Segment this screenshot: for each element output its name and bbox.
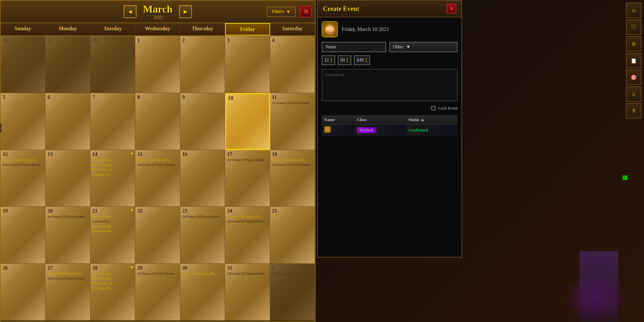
period-down-icon[interactable]: ▼: [365, 60, 367, 63]
calendar-header: ◄ March 2023 ► Filters ▼ ✕: [1, 1, 315, 23]
col-status-header: Status ▲: [406, 115, 458, 125]
side-button-3[interactable]: ⚙: [626, 36, 641, 52]
cal-cell-14[interactable]: 14 ▼ Ahn'Qiraj Te... Black Temple... Bla…: [90, 150, 135, 207]
cal-cell-21[interactable]: 21 ▼ Ruins of Ahn'... Zul'Gurub (2... Ah…: [90, 207, 135, 264]
side-button-5[interactable]: 🎯: [626, 70, 641, 85]
cal-cell-17[interactable]: 17 Zul'Aman (10 Player) Resets: [225, 150, 270, 207]
members-table: Name Class Status ▲: [322, 115, 458, 136]
cal-cell-9[interactable]: 9: [180, 93, 225, 150]
calendar-close-button[interactable]: ✕: [300, 6, 312, 17]
event-date-row: 🧅 Friday, March 10 2023: [322, 21, 458, 37]
dropdown-arrow-icon: ▼: [130, 151, 134, 156]
cal-cell-w1-27[interactable]: 27: [45, 36, 90, 93]
cal-cell-30[interactable]: 30 Ruins of Ahn'Qiraj (20...: [180, 264, 225, 321]
cal-cell-1[interactable]: 1: [135, 36, 180, 93]
filters-label: Filters: [272, 9, 284, 14]
cal-cell-31[interactable]: 31 Zul'Gurub (20 Player) Resets: [225, 264, 270, 321]
side-button-2[interactable]: 🛡: [626, 19, 641, 35]
cal-cell-4[interactable]: 4: [270, 36, 315, 93]
event-type-select[interactable]: Other ▼: [389, 42, 458, 52]
cal-cell-3[interactable]: 3: [225, 36, 270, 93]
hour-down-icon[interactable]: ▼: [330, 60, 333, 63]
cal-cell-20[interactable]: 20 Zul'Aman (10 Player) Resets: [45, 207, 90, 264]
create-event-panel: Create Event ✕ 🧅 Friday, March 10 2023 O…: [317, 0, 462, 258]
hour-up-icon[interactable]: ▲: [330, 57, 333, 60]
side-button-7[interactable]: 🗡: [626, 103, 641, 118]
event-description-textarea[interactable]: [322, 69, 458, 101]
day-header-saturday: Saturday: [270, 23, 315, 35]
cal-cell-w5-1[interactable]: 1 Zul'Aman (10 Player) Resets: [270, 264, 315, 321]
calendar-grid: 26 27 28 1 2 3 4 5 6 7 8: [1, 36, 315, 321]
cal-cell-26b[interactable]: 26: [1, 264, 45, 321]
event-name-row: Other ▼: [322, 42, 458, 52]
cal-cell-15[interactable]: 15 Ruins of Ahn'Qiraj (20... Zul'Gurub (…: [135, 150, 180, 207]
create-event-close-button[interactable]: ✕: [447, 4, 456, 14]
side-button-6[interactable]: ⚔: [626, 86, 641, 102]
cal-cell-18[interactable]: 18 Ruins of Ahn'Qiraj (20... Zul'Gurub (…: [270, 150, 315, 207]
member-class-cell: Warlock: [355, 125, 406, 136]
cal-cell-28b[interactable]: 28 ▼ Ahn'Qiraj Te... Black Temple... Bla…: [90, 264, 135, 321]
lock-event-label: Lock Event: [438, 106, 458, 111]
cal-cell-11[interactable]: 11 Zul'Aman (10 Player) Resets: [270, 93, 315, 150]
minute-up-icon[interactable]: ▲: [346, 57, 349, 60]
create-event-title: Create Event: [323, 5, 359, 13]
cal-cell-5[interactable]: 5: [1, 93, 45, 150]
cal-cell-16[interactable]: 16: [180, 150, 225, 207]
side-button-1[interactable]: ⚔: [626, 3, 641, 18]
event-form: 🧅 Friday, March 10 2023 Other ▼ 12 ▲ ▼ 0…: [318, 17, 461, 140]
cal-cell-13[interactable]: 13: [45, 150, 90, 207]
cal-cell-23[interactable]: 23 Zul'Aman (10 Player) Resets: [180, 207, 225, 264]
next-month-button[interactable]: ►: [179, 5, 192, 18]
character-figure: [580, 251, 618, 322]
cal-cell-w1-28[interactable]: 28: [90, 36, 135, 93]
sort-asc-icon: ▲: [421, 117, 425, 122]
cal-cell-8[interactable]: 8: [135, 93, 180, 150]
cal-cell-29[interactable]: 29 Zul'Aman (10 Player) Resets: [135, 264, 180, 321]
cal-cell-7[interactable]: 7: [90, 93, 135, 150]
year-label: 2023: [143, 15, 173, 20]
class-bar-warlock: Warlock: [357, 127, 376, 133]
prev-month-button[interactable]: ◄: [124, 5, 137, 18]
right-panel: ⚔ 🛡 ⚙ 📋 🎯 ⚔ 🗡: [625, 0, 644, 193]
event-name-input[interactable]: [322, 42, 386, 52]
month-title: March 2023: [143, 3, 173, 20]
expand-left-button[interactable]: ◄: [0, 123, 2, 133]
event-type-arrow-icon: ▼: [406, 44, 411, 50]
lock-event-checkbox[interactable]: [431, 106, 436, 110]
table-row: Warlock Confirmed: [322, 125, 458, 136]
period-value: AM: [356, 58, 364, 63]
cal-cell-19[interactable]: 19: [1, 207, 45, 264]
hour-spinner-arrows[interactable]: ▲ ▼: [330, 57, 333, 63]
cal-cell-25[interactable]: 25: [270, 207, 315, 264]
cal-cell-22[interactable]: 22: [135, 207, 180, 264]
lock-event-row: Lock Event: [322, 106, 458, 111]
period-up-icon[interactable]: ▲: [365, 57, 367, 60]
col-name-header: Name: [322, 115, 355, 125]
minute-down-icon[interactable]: ▼: [346, 60, 349, 63]
cal-cell-2[interactable]: 2: [180, 36, 225, 93]
day-header-sunday: Sunday: [1, 23, 45, 35]
create-event-header: Create Event ✕: [318, 1, 461, 17]
event-time-row: 12 ▲ ▼ 00 ▲ ▼ AM ▲ ▼: [322, 55, 458, 65]
hour-spinner[interactable]: 12 ▲ ▼: [322, 55, 335, 65]
day-header-tuesday: Tuesday: [90, 23, 135, 35]
cal-cell-12[interactable]: 12 Ruins of Ahn'Qiraj (20... Zul'Gurub (…: [1, 150, 45, 207]
day-headers: Sunday Monday Tuesday Wednesday Thursday…: [1, 23, 315, 36]
cal-cell-6[interactable]: 6: [45, 93, 90, 150]
period-spinner-arrows[interactable]: ▲ ▼: [365, 57, 367, 63]
event-type-label: Other: [393, 44, 403, 50]
dropdown-arrow-icon-28: ▼: [130, 265, 134, 270]
minute-spinner-arrows[interactable]: ▲ ▼: [346, 57, 349, 63]
minute-value: 00: [340, 58, 345, 63]
minute-spinner[interactable]: 00 ▲ ▼: [338, 55, 351, 65]
day-header-friday: Friday: [225, 23, 270, 35]
period-spinner[interactable]: AM ▲ ▼: [354, 55, 370, 65]
col-class-header: Class: [355, 115, 406, 125]
cal-cell-27b[interactable]: 27 Ruins of Ahn'Qiraj (20... Zul'Gurub (…: [45, 264, 90, 321]
filters-button[interactable]: Filters ▼: [267, 6, 296, 17]
side-button-4[interactable]: 📋: [626, 53, 641, 68]
cal-cell-w1-26[interactable]: 26: [1, 36, 45, 93]
cal-cell-24[interactable]: 24 Ruins of Ahn'Qiraj (20... Zul'Gurub (…: [225, 207, 270, 264]
day-header-monday: Monday: [45, 23, 90, 35]
cal-cell-10-today[interactable]: 10: [225, 93, 270, 150]
